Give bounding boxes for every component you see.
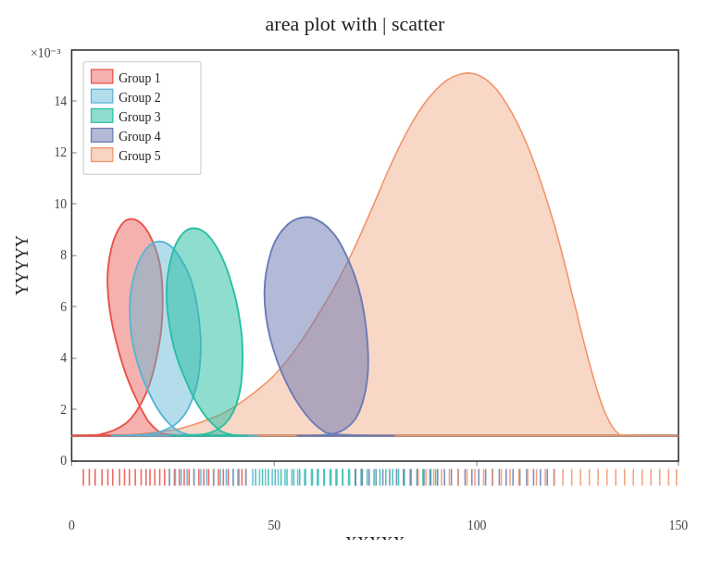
chart-title: area plot with | scatter: [13, 12, 698, 36]
chart-area: ×10⁻³ 0 2 4 6 8 10 12 14: [13, 40, 698, 540]
chart-container: area plot with | scatter ×10⁻³ 0 2 4 6 8…: [13, 12, 698, 577]
svg-text:10: 10: [54, 197, 67, 211]
svg-text:2: 2: [60, 403, 67, 417]
chart-svg: ×10⁻³ 0 2 4 6 8 10 12 14: [13, 40, 698, 540]
svg-text:14: 14: [54, 94, 67, 108]
svg-text:50: 50: [268, 519, 280, 532]
x-axis-ticks: 0 50 100 150: [68, 519, 687, 532]
svg-text:6: 6: [60, 300, 67, 314]
y-axis-ticks: 0 2 4 6 8 10 12 14: [54, 94, 67, 468]
legend: Group 1 Group 2 Group 3 Group 4 Group 5: [91, 69, 160, 163]
svg-text:150: 150: [668, 519, 688, 532]
svg-text:100: 100: [467, 519, 486, 532]
svg-text:Group 2: Group 2: [118, 91, 161, 105]
svg-text:Group 3: Group 3: [118, 110, 161, 124]
group1-scatter: [83, 469, 245, 485]
svg-text:4: 4: [60, 351, 67, 365]
svg-text:0: 0: [68, 519, 74, 532]
svg-text:Group 1: Group 1: [118, 70, 161, 84]
svg-text:Group 4: Group 4: [118, 130, 161, 144]
svg-rect-187: [91, 128, 112, 142]
x-axis-label: XXXXX: [344, 534, 405, 540]
svg-text:Group 5: Group 5: [118, 149, 161, 163]
svg-rect-183: [91, 89, 112, 103]
svg-text:8: 8: [60, 248, 67, 262]
svg-rect-181: [91, 69, 112, 83]
svg-text:0: 0: [60, 454, 67, 468]
svg-text:12: 12: [54, 145, 67, 159]
svg-rect-185: [91, 108, 112, 122]
group3-scatter: [255, 469, 436, 485]
y-scale-note: ×10⁻³: [31, 46, 61, 60]
svg-rect-189: [91, 147, 112, 161]
y-axis-label: YYYYY: [13, 235, 31, 295]
